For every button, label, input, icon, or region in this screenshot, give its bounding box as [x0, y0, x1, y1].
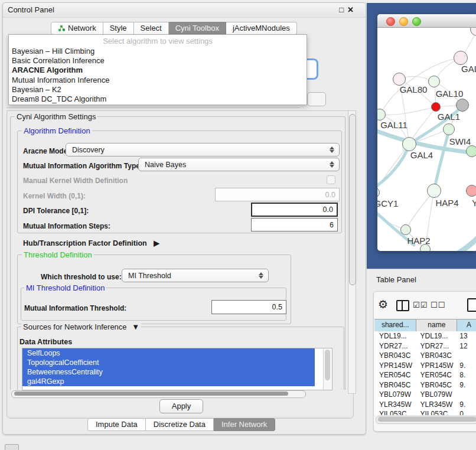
table-row[interactable]: YIL053CYIL053C0.	[374, 409, 476, 415]
table-cell: 9.	[457, 380, 476, 390]
table-row[interactable]: YER054CYER054C8.	[374, 370, 476, 380]
table-row[interactable]: YDR27...YDR27...12	[374, 341, 476, 351]
minimize-traffic-icon[interactable]	[399, 17, 408, 26]
tab-label: Network	[68, 22, 96, 34]
network-node-gal1[interactable]	[431, 102, 441, 112]
network-node-y[interactable]	[466, 185, 476, 197]
tab-cyni-toolbox[interactable]: Cyni Toolbox	[169, 22, 226, 35]
table-row[interactable]: YBR043CYBR043C	[374, 351, 476, 361]
network-node-hap2[interactable]	[400, 224, 411, 235]
kernel-width-field[interactable]: 0.0	[215, 188, 340, 201]
sources-title: Sources for Network Inference	[23, 322, 127, 331]
tab-label: jActiveMNodules	[233, 22, 290, 34]
tab-network[interactable]: Network	[51, 22, 103, 35]
network-node[interactable]	[420, 244, 431, 251]
aracne-mode-select[interactable]: Discovery	[66, 143, 340, 156]
tab-style[interactable]: Style	[103, 22, 134, 35]
hub-definition-label: Hub/Transcription Factor Definition	[23, 239, 147, 247]
tab-infer-network[interactable]: Infer Network	[214, 418, 275, 431]
tab-discretize-data[interactable]: Discretize Data	[146, 418, 214, 431]
column-header[interactable]: shared...	[374, 319, 416, 331]
node-label: GCY1	[377, 198, 398, 208]
table-cell	[457, 390, 476, 400]
table-cell: 9.	[457, 400, 476, 410]
hub-definition-toggle[interactable]: Hub/Transcription Factor Definition ▶	[23, 239, 159, 247]
sources-toggle[interactable]: Sources for Network Inference ▼	[21, 323, 141, 331]
table-horizontal-scrollbar[interactable]	[376, 416, 476, 424]
control-panel-titlebar: Control Panel □✕	[3, 3, 366, 18]
table-row[interactable]: YBR045CYBR045C9.	[374, 380, 476, 390]
table-cell: YBR045C	[417, 380, 458, 390]
close-window-icon[interactable]: ✕	[347, 5, 357, 14]
table-cell: 13	[457, 331, 476, 341]
network-canvas[interactable]: GALGAL80GAL10GAL1GAL11SWI4GAL4GCY1HAP4YH…	[377, 28, 476, 251]
network-node-gal[interactable]	[454, 51, 468, 65]
network-node[interactable]	[466, 145, 476, 157]
table-panel-title: Table Panel	[376, 275, 416, 284]
select-all-icon[interactable]: ☑☑	[413, 301, 428, 309]
table-row[interactable]: YLR345WYLR345W9.	[374, 400, 476, 410]
settings-horizontal-scrollbar[interactable]	[11, 390, 306, 398]
table-body: YDL19...YDL19...13YDR27...YDR27...12YBR0…	[374, 331, 476, 415]
dpi-tolerance-label: DPI Tolerance [0,1]:	[23, 207, 89, 215]
minimized-panel-icon[interactable]	[5, 444, 19, 450]
node-label: HAP4	[435, 198, 458, 208]
network-node-gal4[interactable]	[402, 137, 416, 151]
aracne-mode-label: Aracne Mode:	[23, 147, 70, 155]
tab-select[interactable]: Select	[134, 22, 169, 35]
algorithm-option[interactable]: Bayesian – K2	[9, 85, 307, 94]
tab-jactivemnodules[interactable]: jActiveMNodules	[226, 22, 297, 35]
table-cell: YPR145W	[417, 361, 458, 371]
network-node-hap4[interactable]	[427, 184, 441, 198]
float-window-icon[interactable]: □	[339, 5, 347, 14]
stepper-icon	[330, 158, 334, 171]
data-attribute-item[interactable]: BetweennessCentrality	[22, 367, 315, 377]
algorithm-option[interactable]: Mutual Information Inference	[9, 76, 307, 85]
settings-vertical-scrollbar[interactable]	[348, 110, 356, 394]
table-row[interactable]: YDL19...YDL19...13	[374, 331, 476, 341]
hidden-group-edge	[6, 107, 300, 108]
close-traffic-icon[interactable]	[386, 17, 395, 26]
apply-button[interactable]: Apply	[159, 399, 203, 413]
column-header[interactable]: name	[416, 319, 457, 331]
algorithm-option[interactable]: Basic Correlation Inference	[9, 56, 307, 66]
mi-steps-field[interactable]: 6	[251, 218, 338, 231]
network-node-swi4[interactable]	[443, 123, 455, 135]
dpi-tolerance-field[interactable]: 0.0	[251, 203, 338, 217]
data-attribute-item[interactable]: gal4RGexp	[22, 377, 315, 386]
manual-kernel-width-checkbox[interactable]	[327, 175, 335, 184]
column-header[interactable]: A	[457, 319, 476, 331]
algorithm-option[interactable]: Bayesian – Hill Climbing	[9, 47, 307, 56]
algorithm-option[interactable]: ARACNE Algorithm	[9, 66, 307, 75]
mi-threshold-field[interactable]: 0.5	[211, 300, 286, 314]
new-table-icon[interactable]	[467, 298, 476, 312]
data-attribute-item[interactable]: TopologicalCoefficient	[22, 358, 315, 367]
zoom-traffic-icon[interactable]	[412, 17, 421, 26]
table-cell: YLR345W	[374, 400, 417, 410]
aracne-mode-value: Discovery	[72, 146, 105, 154]
table-cell: 8.	[457, 370, 476, 380]
table-cell: YPR145W	[374, 361, 417, 371]
which-threshold-select[interactable]: MI Threshold	[122, 269, 269, 282]
network-window-titlebar[interactable]	[377, 14, 476, 28]
deselect-all-icon[interactable]: ☐☐	[431, 301, 445, 309]
mi-algorithm-type-select[interactable]: Naive Bayes	[138, 158, 340, 171]
algorithm-option[interactable]: Dream8 DC_TDC Algorithm	[9, 94, 307, 104]
cyni-mode-tab-bar: Impute DataDiscretize DataInfer Network	[87, 418, 275, 431]
table-row[interactable]: YBL079WYBL079W	[374, 390, 476, 400]
table-panel: Table Panel ⚙ ☑☑ ☐☐ shared...nameA YDL19…	[367, 269, 476, 450]
table-row[interactable]: YPR145WYPR145W9.	[374, 361, 476, 371]
data-attribute-item[interactable]: SelfLoops	[22, 348, 315, 358]
settings-gear-icon[interactable]: ⚙	[378, 298, 388, 311]
split-view-icon[interactable]	[396, 300, 409, 311]
expand-right-icon: ▶	[154, 239, 159, 247]
attributes-scrollbar[interactable]	[323, 348, 331, 390]
network-node-gal10[interactable]	[428, 76, 440, 87]
table-cell: YDR27...	[374, 341, 417, 351]
data-attributes-list[interactable]: SelfLoopsTopologicalCoefficientBetweenne…	[22, 348, 332, 390]
network-node[interactable]	[456, 99, 469, 112]
which-threshold-label: Which threshold to use:	[41, 273, 122, 281]
node-label: GAL4	[410, 150, 433, 160]
tab-impute-data[interactable]: Impute Data	[87, 418, 146, 431]
hidden-combo-fragment	[307, 92, 326, 106]
